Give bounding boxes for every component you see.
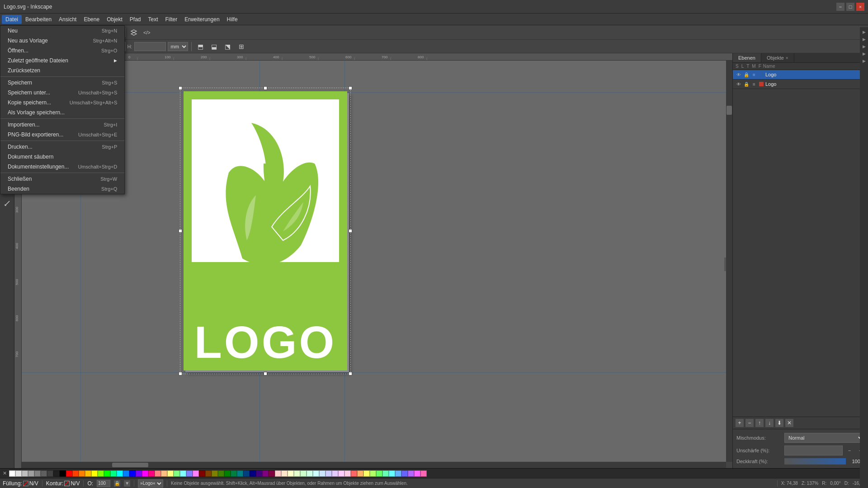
close-button[interactable]: × xyxy=(856,3,864,11)
palette-color-swatch[interactable] xyxy=(231,470,237,477)
v-scrollbar[interactable] xyxy=(726,61,732,468)
palette-color-swatch[interactable] xyxy=(395,470,401,477)
menu-bearbeiten[interactable]: Bearbeiten xyxy=(22,15,55,24)
unschaerfe-minus[interactable]: − xyxy=(845,446,854,455)
handle-ml[interactable] xyxy=(179,229,182,233)
palette-color-swatch[interactable] xyxy=(250,470,256,477)
palette-color-swatch[interactable] xyxy=(161,470,167,477)
tab-ebenen[interactable]: Ebenen xyxy=(733,53,761,62)
menu-item-neu[interactable]: Neu Strg+N xyxy=(0,26,124,36)
palette-color-swatch[interactable] xyxy=(174,470,180,477)
transform-btn[interactable]: ⬒ xyxy=(195,41,207,52)
palette-color-swatch[interactable] xyxy=(344,470,351,477)
palette-color-swatch[interactable] xyxy=(243,470,250,477)
move-layer-up-btn[interactable]: ↑ xyxy=(755,419,764,427)
palette-color-swatch[interactable] xyxy=(370,470,376,477)
palette-color-swatch[interactable] xyxy=(408,470,414,477)
palette-color-swatch[interactable] xyxy=(313,470,319,477)
palette-color-swatch[interactable] xyxy=(414,470,420,477)
palette-color-swatch[interactable] xyxy=(363,470,370,477)
unit-select[interactable]: mm px cm in xyxy=(168,42,188,51)
layer-eye-icon-2[interactable]: 👁 xyxy=(736,81,742,87)
palette-color-swatch[interactable] xyxy=(186,470,193,477)
layer-item-logo-selected[interactable]: 👁 🔒 ≡ Logo xyxy=(733,70,868,80)
palette-color-swatch[interactable] xyxy=(237,470,243,477)
palette-color-swatch[interactable] xyxy=(60,470,66,477)
palette-color-swatch[interactable] xyxy=(22,470,28,477)
palette-color-swatch[interactable] xyxy=(28,470,34,477)
palette-color-swatch[interactable] xyxy=(212,470,218,477)
palette-color-swatch[interactable] xyxy=(72,470,79,477)
palette-color-swatch[interactable] xyxy=(294,470,300,477)
palette-color-swatch[interactable] xyxy=(167,470,174,477)
remove-layer-btn[interactable]: − xyxy=(745,419,754,427)
tab-objekte[interactable]: Objekte × xyxy=(761,53,794,62)
palette-color-swatch[interactable] xyxy=(281,470,288,477)
layer-close-btn[interactable]: ✕ xyxy=(785,419,793,427)
layers-btn[interactable] xyxy=(128,27,140,38)
palette-color-swatch[interactable] xyxy=(66,470,72,477)
menu-ansicht[interactable]: Ansicht xyxy=(55,15,80,24)
palette-color-swatch[interactable] xyxy=(193,470,199,477)
palette-color-swatch[interactable] xyxy=(389,470,395,477)
opacity-input[interactable] xyxy=(97,480,110,487)
opacity-expand[interactable]: ▼ xyxy=(124,480,130,487)
strip-btn-4[interactable]: ▶ xyxy=(861,53,867,57)
menu-item-schliessen[interactable]: Schließen Strg+W xyxy=(0,174,124,184)
menu-ebene[interactable]: Ebene xyxy=(80,15,103,24)
palette-color-swatch[interactable] xyxy=(98,470,104,477)
tab-objekte-close[interactable]: × xyxy=(786,56,788,61)
palette-color-swatch[interactable] xyxy=(351,470,357,477)
palette-color-swatch[interactable] xyxy=(9,470,15,477)
palette-color-swatch[interactable] xyxy=(41,470,47,477)
align-btn[interactable]: ⊞ xyxy=(236,41,247,52)
palette-color-swatch[interactable] xyxy=(269,470,275,477)
palette-color-swatch[interactable] xyxy=(85,470,91,477)
palette-color-swatch[interactable] xyxy=(205,470,212,477)
palette-color-swatch[interactable] xyxy=(155,470,161,477)
palette-color-swatch[interactable] xyxy=(338,470,344,477)
palette-color-swatch[interactable] xyxy=(319,470,326,477)
menu-item-drucken[interactable]: Drucken... Strg+P xyxy=(0,142,124,152)
menu-item-vorlage-speichern[interactable]: Als Vorlage speichern... xyxy=(0,108,124,117)
menu-item-png-export[interactable]: PNG-Bild exportieren... Umschalt+Strg+E xyxy=(0,130,124,140)
h-scroll-thumb[interactable] xyxy=(112,463,148,467)
menu-item-dokumenteinstellungen[interactable]: Dokumenteinstellungen... Umschalt+Strg+D xyxy=(0,162,124,172)
layer-select[interactable]: »Logo« xyxy=(138,479,163,488)
h-input[interactable]: 144,976 xyxy=(134,42,166,51)
handle-tc[interactable] xyxy=(264,86,267,90)
canvas[interactable]: LOGO xyxy=(22,61,732,468)
palette-color-swatch[interactable] xyxy=(53,470,60,477)
add-layer-btn[interactable]: + xyxy=(736,419,744,427)
menu-pfad[interactable]: Pfad xyxy=(126,15,145,24)
menu-item-beenden[interactable]: Beenden Strg+Q xyxy=(0,184,124,194)
palette-color-swatch[interactable] xyxy=(256,470,262,477)
menu-item-neu-vorlage[interactable]: Neu aus Vorlage Strg+Alt+N xyxy=(0,36,124,46)
palette-color-swatch[interactable] xyxy=(117,470,123,477)
palette-color-swatch[interactable] xyxy=(326,470,332,477)
panel-resize-handle[interactable] xyxy=(724,258,726,271)
menu-item-recent[interactable]: Zuletzt geöffnete Dateien xyxy=(0,56,124,66)
palette-color-swatch[interactable] xyxy=(218,470,224,477)
maximize-button[interactable]: □ xyxy=(846,3,854,11)
menu-item-zuruecksetzen[interactable]: Zurücksetzen xyxy=(0,66,124,75)
scroll-thumb[interactable] xyxy=(726,106,732,115)
palette-color-swatch[interactable] xyxy=(123,470,129,477)
layer-eye-icon-1[interactable]: 👁 xyxy=(736,71,742,78)
menu-item-importieren[interactable]: Importieren... Strg+I xyxy=(0,120,124,130)
palette-color-swatch[interactable] xyxy=(91,470,98,477)
deckkraft-bar[interactable] xyxy=(784,458,846,465)
palette-color-swatch[interactable] xyxy=(136,470,142,477)
h-scrollbar[interactable] xyxy=(22,462,726,468)
palette-color-swatch[interactable] xyxy=(104,470,110,477)
palette-color-swatch[interactable] xyxy=(420,470,427,477)
palette-color-swatch[interactable] xyxy=(15,470,22,477)
measure-tool[interactable] xyxy=(1,197,13,209)
palette-color-swatch[interactable] xyxy=(262,470,269,477)
palette-color-swatch[interactable] xyxy=(332,470,338,477)
palette-color-swatch[interactable] xyxy=(376,470,382,477)
menu-datei[interactable]: Datei xyxy=(2,15,22,24)
menu-objekt[interactable]: Objekt xyxy=(103,15,126,24)
palette-color-swatch[interactable] xyxy=(357,470,363,477)
palette-color-swatch[interactable] xyxy=(47,470,53,477)
